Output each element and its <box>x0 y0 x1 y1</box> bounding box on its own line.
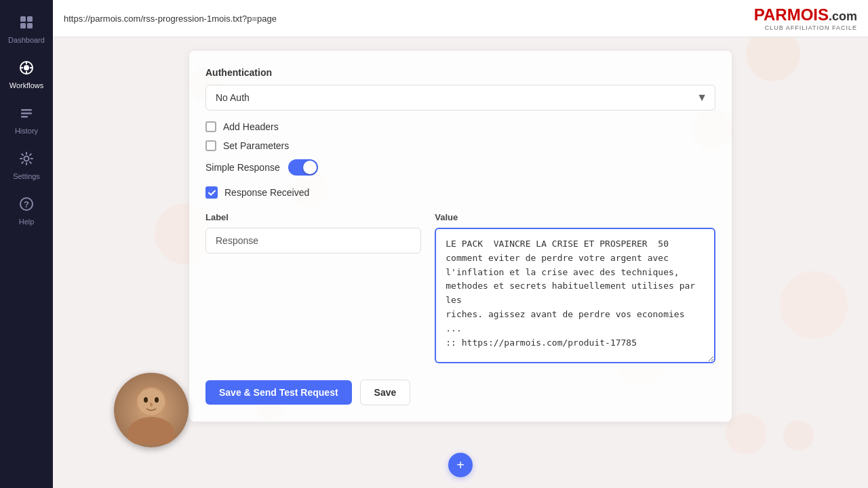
add-node-button[interactable]: + <box>448 453 473 477</box>
top-bar: https://parmois.com/rss-progression-1moi… <box>53 0 868 37</box>
value-col-header: Value <box>435 212 715 222</box>
value-textarea[interactable]: LE PACK VAINCRE LA CRISE ET PROSPERER 50… <box>435 228 715 363</box>
avatar-overlay <box>114 373 189 447</box>
svg-rect-1 <box>27 16 33 22</box>
svg-rect-0 <box>20 16 26 22</box>
sidebar-item-label: Settings <box>13 172 40 180</box>
simple-response-row: Simple Response <box>205 159 715 176</box>
plus-icon: + <box>456 458 465 473</box>
label-column: Label <box>205 212 421 253</box>
save-test-button[interactable]: Save & Send Test Request <box>205 380 352 405</box>
set-params-checkbox[interactable] <box>205 140 216 151</box>
label-value-row: Label Value LE PACK VAINCRE LA CRISE ET … <box>205 212 715 366</box>
sidebar: Dashboard Workflows History <box>0 0 53 488</box>
svg-point-19 <box>144 397 148 403</box>
svg-rect-3 <box>27 23 33 28</box>
simple-response-label: Simple Response <box>205 162 280 173</box>
logo-dotcom: .com <box>829 9 857 24</box>
main-content: https://parmois.com/rss-progression-1moi… <box>53 0 868 488</box>
sidebar-item-label: Dashboard <box>8 36 45 44</box>
history-icon <box>19 106 34 124</box>
svg-point-17 <box>127 417 175 444</box>
value-column: Value LE PACK VAINCRE LA CRISE ET PROSPE… <box>435 212 715 366</box>
set-params-label: Set Parameters <box>223 140 289 151</box>
add-headers-label: Add Headers <box>223 121 279 132</box>
response-received-checkbox[interactable] <box>205 186 218 199</box>
response-received-label: Response Received <box>224 187 309 198</box>
sidebar-item-workflows[interactable]: Workflows <box>0 52 53 98</box>
add-headers-checkbox[interactable] <box>205 121 216 132</box>
help-icon: ? <box>19 197 34 215</box>
auth-select[interactable]: No Auth Basic Auth Bearer Token API Key <box>205 85 715 110</box>
label-col-header: Label <box>205 212 421 222</box>
set-params-row: Set Parameters <box>205 140 715 151</box>
auth-label: Authentication <box>205 67 715 78</box>
avatar-face-svg <box>117 376 185 444</box>
response-received-row: Response Received <box>205 186 715 199</box>
svg-point-21 <box>150 403 153 407</box>
logo-subtitle: CLUB AFFILIATION FACILE <box>754 24 857 31</box>
logo-main: PARMOIS .com <box>754 5 857 24</box>
svg-point-5 <box>24 65 29 70</box>
svg-rect-11 <box>21 113 32 115</box>
logo-parmois: PARMOIS <box>754 5 829 24</box>
label-input[interactable] <box>205 228 421 253</box>
save-button[interactable]: Save <box>360 380 411 405</box>
button-row: Save & Send Test Request Save <box>205 380 715 405</box>
svg-rect-10 <box>21 109 32 111</box>
settings-icon <box>19 151 34 169</box>
add-btn-area: + <box>53 442 868 488</box>
svg-rect-2 <box>20 23 26 28</box>
form-card: Authentication No Auth Basic Auth Bearer… <box>189 51 732 422</box>
svg-text:?: ? <box>24 199 29 209</box>
svg-point-13 <box>24 157 29 161</box>
svg-point-18 <box>138 388 165 415</box>
sidebar-item-label: History <box>15 127 38 135</box>
sidebar-item-label: Workflows <box>9 81 44 89</box>
sidebar-item-dashboard[interactable]: Dashboard <box>0 7 53 52</box>
simple-response-toggle[interactable] <box>288 159 318 176</box>
sidebar-item-settings[interactable]: Settings <box>0 143 53 188</box>
svg-point-20 <box>155 397 159 403</box>
url-display: https://parmois.com/rss-progression-1moi… <box>64 14 754 24</box>
svg-rect-12 <box>21 116 28 118</box>
dashboard-icon <box>19 15 34 33</box>
logo-block: PARMOIS .com CLUB AFFILIATION FACILE <box>754 5 857 31</box>
auth-select-wrapper: No Auth Basic Auth Bearer Token API Key … <box>205 85 715 110</box>
sidebar-item-label: Help <box>19 218 35 226</box>
sidebar-item-help[interactable]: ? Help <box>0 188 53 234</box>
workflows-icon <box>19 60 34 79</box>
sidebar-item-history[interactable]: History <box>0 98 53 143</box>
add-headers-row: Add Headers <box>205 121 715 132</box>
